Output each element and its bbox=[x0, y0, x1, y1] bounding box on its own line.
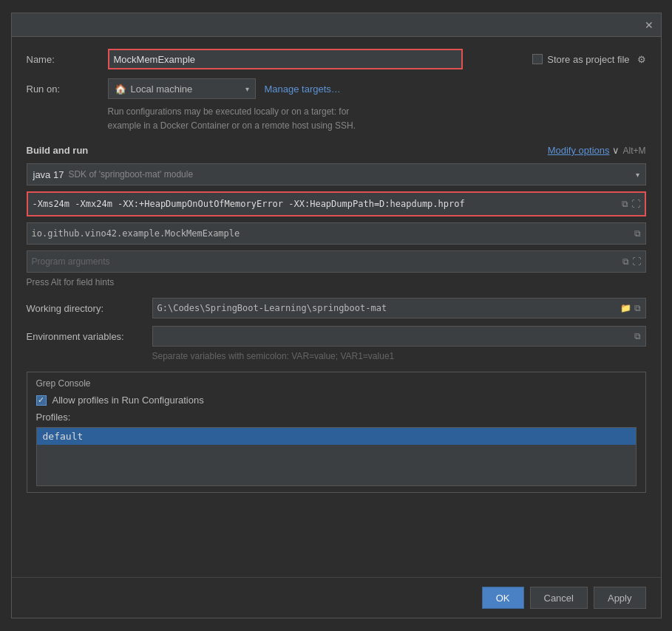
machine-text: Local machine bbox=[131, 83, 193, 95]
grep-checkbox-row: ✓ Allow profiles in Run Configurations bbox=[36, 395, 637, 406]
press-alt-hint: Press Alt for field hints bbox=[27, 277, 646, 287]
allow-profiles-checkbox[interactable]: ✓ bbox=[36, 395, 47, 406]
vm-options-text: -Xms24m -Xmx24m -XX:+HeapDumpOnOutOfMemo… bbox=[33, 199, 622, 209]
close-button[interactable]: ✕ bbox=[643, 19, 655, 31]
modify-options-link[interactable]: Modify options bbox=[548, 145, 610, 156]
vm-expand-icon[interactable]: ⛶ bbox=[631, 199, 640, 209]
sep-hint: Separate variables with semicolon: VAR=v… bbox=[27, 351, 646, 361]
store-project-label: Store as project file bbox=[547, 54, 629, 65]
title-bar: ✕ bbox=[12, 13, 661, 37]
checkmark-icon: ✓ bbox=[38, 395, 44, 405]
vm-copy-icon[interactable]: ⧉ bbox=[622, 199, 628, 209]
name-input[interactable] bbox=[108, 49, 463, 69]
store-project-checkbox[interactable] bbox=[532, 54, 543, 64]
dialog-footer: OK Cancel Apply bbox=[12, 577, 661, 618]
ok-button[interactable]: OK bbox=[482, 587, 524, 609]
house-icon: 🏠 bbox=[115, 83, 126, 95]
profiles-list[interactable]: default bbox=[36, 427, 637, 486]
cancel-button[interactable]: Cancel bbox=[530, 587, 588, 609]
env-vars-input[interactable]: ⧉ bbox=[152, 326, 646, 347]
run-on-row: Run on: 🏠 Local machine ▾ Manage targets… bbox=[27, 78, 646, 99]
working-dir-text: G:\Codes\SpringBoot-Learning\springboot-… bbox=[157, 303, 387, 313]
sdk-chevron-icon: ▾ bbox=[636, 171, 639, 179]
run-on-label: Run on: bbox=[27, 83, 108, 95]
grep-console-legend: Grep Console bbox=[36, 378, 637, 389]
program-args-placeholder: Program arguments bbox=[32, 256, 110, 267]
run-on-hint: Run configurations may be executed local… bbox=[27, 105, 646, 133]
modify-chevron-icon: ∨ bbox=[612, 145, 620, 156]
sdk-description-label: SDK of 'springboot-mat' module bbox=[68, 169, 193, 180]
sdk-select[interactable]: java 17 SDK of 'springboot-mat' module ▾ bbox=[27, 163, 646, 185]
run-config-dialog: ✕ Name: Store as project file ⚙ Run on: … bbox=[11, 13, 662, 618]
sdk-version-label: java 17 bbox=[33, 169, 64, 180]
name-label: Name: bbox=[27, 54, 108, 65]
working-dir-folder-icon[interactable]: 📁 bbox=[620, 303, 631, 313]
grep-console-group: Grep Console ✓ Allow profiles in Run Con… bbox=[27, 372, 646, 493]
profile-item-default[interactable]: default bbox=[37, 428, 636, 445]
env-vars-label: Environment variables: bbox=[27, 331, 152, 342]
vm-options-field[interactable]: -Xms24m -Xmx24m -XX:+HeapDumpOnOutOfMemo… bbox=[27, 191, 646, 216]
gear-icon[interactable]: ⚙ bbox=[637, 54, 646, 65]
env-vars-row: Environment variables: ⧉ bbox=[27, 326, 646, 347]
working-dir-row: Working directory: G:\Codes\SpringBoot-L… bbox=[27, 298, 646, 318]
program-args-icons: ⧉ ⛶ bbox=[622, 256, 641, 267]
alt-shortcut-label: Alt+M bbox=[622, 146, 645, 156]
working-dir-icons: 📁 ⧉ bbox=[620, 303, 641, 313]
run-on-chevron-icon: ▾ bbox=[245, 85, 249, 93]
working-dir-copy-icon[interactable]: ⧉ bbox=[634, 303, 641, 313]
build-run-title: Build and run bbox=[27, 145, 89, 156]
working-dir-label: Working directory: bbox=[27, 303, 152, 314]
program-args-expand-icon[interactable]: ⛶ bbox=[632, 256, 641, 267]
program-args-copy-icon[interactable]: ⧉ bbox=[622, 256, 629, 267]
dialog-body: Name: Store as project file ⚙ Run on: 🏠 … bbox=[12, 37, 661, 577]
main-class-icons: ⧉ bbox=[634, 228, 641, 239]
program-args-field[interactable]: Program arguments ⧉ ⛶ bbox=[27, 250, 646, 273]
main-class-field[interactable]: io.github.vino42.example.MockMemExample … bbox=[27, 222, 646, 245]
main-class-copy-icon[interactable]: ⧉ bbox=[634, 228, 641, 239]
allow-profiles-label: Allow profiles in Run Configurations bbox=[52, 395, 204, 406]
env-vars-copy-icon[interactable]: ⧉ bbox=[634, 331, 641, 341]
run-on-select[interactable]: 🏠 Local machine ▾ bbox=[108, 78, 256, 99]
build-run-section-header: Build and run Modify options ∨ Alt+M bbox=[27, 145, 646, 156]
manage-targets-link[interactable]: Manage targets… bbox=[265, 83, 341, 95]
working-dir-input[interactable]: G:\Codes\SpringBoot-Learning\springboot-… bbox=[152, 298, 646, 318]
main-class-text: io.github.vino42.example.MockMemExample bbox=[32, 228, 240, 239]
apply-button[interactable]: Apply bbox=[594, 587, 646, 609]
store-project-row: Store as project file ⚙ bbox=[532, 54, 645, 65]
vm-options-icons: ⧉ ⛶ bbox=[622, 199, 640, 209]
name-row: Name: Store as project file ⚙ bbox=[27, 49, 646, 69]
profiles-label: Profiles: bbox=[36, 412, 637, 423]
modify-options-row: Modify options ∨ Alt+M bbox=[548, 145, 646, 156]
